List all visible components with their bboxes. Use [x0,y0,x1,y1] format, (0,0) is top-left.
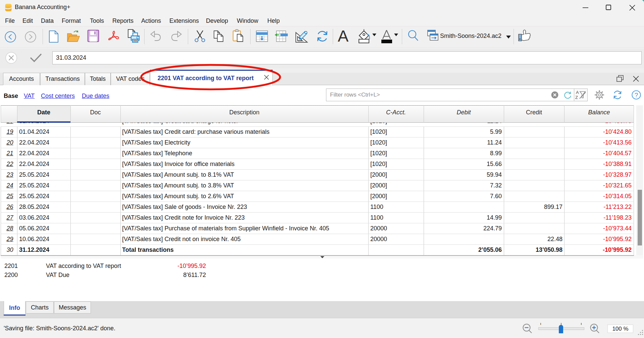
svg-text:A: A [576,90,579,95]
svg-text:?: ? [635,92,638,99]
svg-text:Z: Z [575,95,578,100]
